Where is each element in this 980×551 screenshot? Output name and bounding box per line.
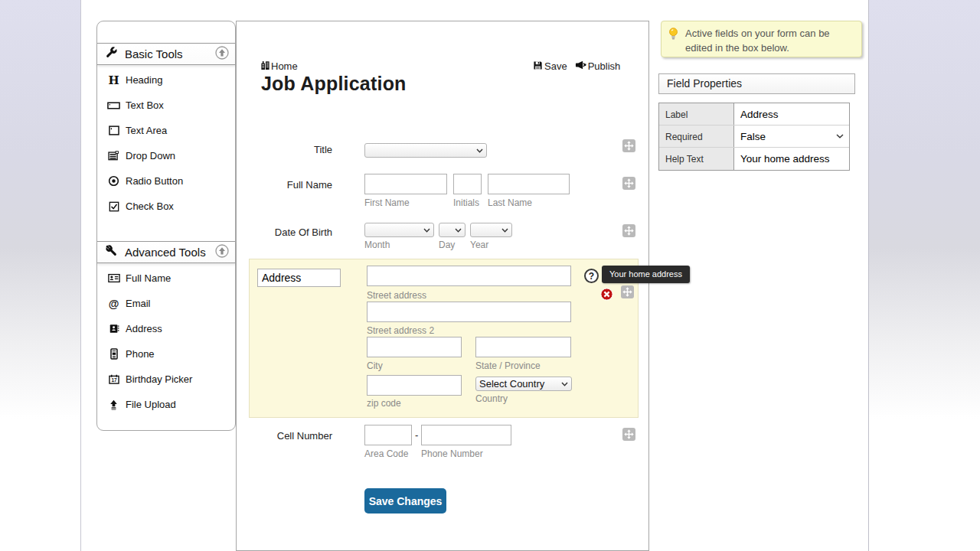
advanced-tools-list: Full Name @ Email Address Phone 17 Birth… (97, 263, 235, 417)
sidebar-item-email[interactable]: @ Email (97, 291, 235, 316)
home-label: Home (271, 60, 298, 72)
sidebar-item-address[interactable]: Address (97, 316, 235, 341)
save-button[interactable]: Save (533, 60, 567, 73)
property-name: Label (659, 103, 733, 125)
publish-button[interactable]: Publish (575, 60, 621, 73)
required-property-select[interactable]: False (734, 126, 849, 147)
property-row-label: Label (659, 103, 849, 126)
title-select[interactable] (364, 143, 487, 158)
move-handle-icon[interactable] (622, 139, 635, 152)
sidebar-item-label: Full Name (126, 272, 171, 284)
city-input[interactable] (367, 337, 462, 357)
address-label-input[interactable] (257, 269, 341, 287)
wrench-icon (105, 46, 118, 62)
initials-input[interactable] (453, 174, 482, 194)
address-field-section[interactable]: Street address Street address 2 City Sta… (249, 259, 639, 418)
dob-field-label: Date Of Birth (237, 227, 332, 238)
collapse-up-icon[interactable] (215, 244, 229, 261)
title-field-label: Title (237, 144, 332, 155)
building-icon (260, 60, 270, 72)
move-handle-icon[interactable] (622, 177, 635, 190)
label-property-input[interactable] (734, 103, 849, 125)
sidebar-item-radio-button[interactable]: Radio Button (97, 168, 235, 194)
property-row-help-text: Help Text (659, 148, 849, 170)
city-sublabel: City (367, 360, 383, 371)
address-book-icon (106, 324, 121, 334)
home-link[interactable]: Home (260, 60, 298, 72)
page-title: Job Application (261, 73, 407, 95)
sidebar-item-birthday-picker[interactable]: 17 Birthday Picker (97, 367, 235, 392)
advanced-tools-title: Advanced Tools (125, 246, 208, 259)
move-handle-icon[interactable] (622, 224, 635, 237)
megaphone-icon (575, 60, 586, 73)
field-properties-header: Field Properties (658, 73, 855, 94)
sidebar-gap (97, 219, 235, 241)
country-select[interactable]: Select Country (475, 377, 572, 391)
dob-month-sublabel: Month (364, 240, 390, 250)
dob-day-sublabel: Day (439, 240, 455, 250)
text-box-icon (106, 102, 121, 109)
move-handle-icon[interactable] (622, 428, 635, 441)
mobile-phone-icon (106, 348, 121, 360)
street-address-2-sublabel: Street address 2 (367, 325, 434, 336)
basic-tools-header[interactable]: Basic Tools (97, 43, 235, 65)
at-sign-icon: @ (106, 298, 121, 310)
tip-text: Active fields on your form can be edited… (685, 27, 855, 51)
drop-down-icon (106, 151, 121, 161)
country-sublabel: Country (475, 393, 508, 404)
first-name-input[interactable] (364, 174, 447, 194)
state-province-input[interactable] (475, 337, 571, 357)
form-builder-panel: Home Save Publish Job Application Title … (236, 21, 649, 551)
crossed-tools-icon (105, 244, 118, 260)
lightbulb-icon (668, 27, 679, 51)
basic-tools-title: Basic Tools (125, 47, 208, 60)
sidebar-item-drop-down[interactable]: Drop Down (97, 143, 235, 168)
sidebar-item-heading[interactable]: H Heading (97, 67, 235, 93)
sidebar-item-text-area[interactable]: Text Area (97, 118, 235, 143)
help-text-property-input[interactable] (734, 148, 849, 170)
sidebar-item-check-box[interactable]: Check Box (97, 194, 235, 219)
property-row-required: Required False (659, 126, 849, 148)
sidebar-item-file-upload[interactable]: File Upload (97, 392, 235, 417)
first-name-sublabel: First Name (364, 197, 410, 208)
sidebar-spacer (97, 21, 235, 43)
dob-day-select[interactable] (439, 223, 466, 237)
advanced-tools-header[interactable]: Advanced Tools (97, 241, 235, 263)
toolbar-right: Save Publish (533, 60, 620, 73)
delete-field-icon[interactable] (600, 288, 613, 304)
help-tooltip: Your home address (602, 266, 690, 283)
dob-month-select[interactable] (364, 223, 434, 237)
radio-button-icon (106, 175, 121, 187)
sidebar-item-text-box[interactable]: Text Box (97, 93, 235, 118)
tip-box: Active fields on your form can be edited… (661, 21, 862, 57)
help-icon[interactable]: ? (584, 269, 599, 283)
save-changes-button[interactable]: Save Changes (364, 488, 446, 514)
street-address-2-input[interactable] (367, 302, 571, 322)
zip-code-sublabel: zip code (367, 398, 401, 409)
save-label: Save (544, 60, 567, 72)
zip-code-input[interactable] (367, 375, 462, 396)
sidebar-item-full-name[interactable]: Full Name (97, 266, 235, 291)
property-control: False (733, 126, 849, 147)
last-name-input[interactable] (488, 174, 570, 194)
state-province-sublabel: State / Province (475, 360, 541, 371)
tools-sidebar: Basic Tools H Heading Text Box Text Area… (96, 21, 236, 431)
dob-year-select[interactable] (470, 223, 512, 237)
street-address-input[interactable] (367, 266, 571, 286)
initials-sublabel: Initials (453, 197, 479, 208)
dob-month-wrap (364, 223, 434, 237)
move-handle-icon[interactable] (621, 285, 634, 298)
collapse-up-icon[interactable] (215, 46, 229, 63)
phone-separator: - (415, 429, 418, 441)
floppy-disk-icon (533, 60, 543, 73)
title-select-wrap (364, 143, 487, 158)
sidebar-item-label: File Upload (126, 399, 176, 410)
phone-number-sublabel: Phone Number (421, 448, 483, 459)
upload-icon (106, 399, 121, 410)
sidebar-item-phone[interactable]: Phone (97, 341, 235, 367)
area-code-input[interactable] (364, 425, 412, 445)
area-code-sublabel: Area Code (364, 448, 408, 459)
phone-number-input[interactable] (421, 425, 511, 445)
field-properties-table: Label Required False Help Text (658, 103, 850, 171)
dob-year-wrap (470, 223, 512, 237)
